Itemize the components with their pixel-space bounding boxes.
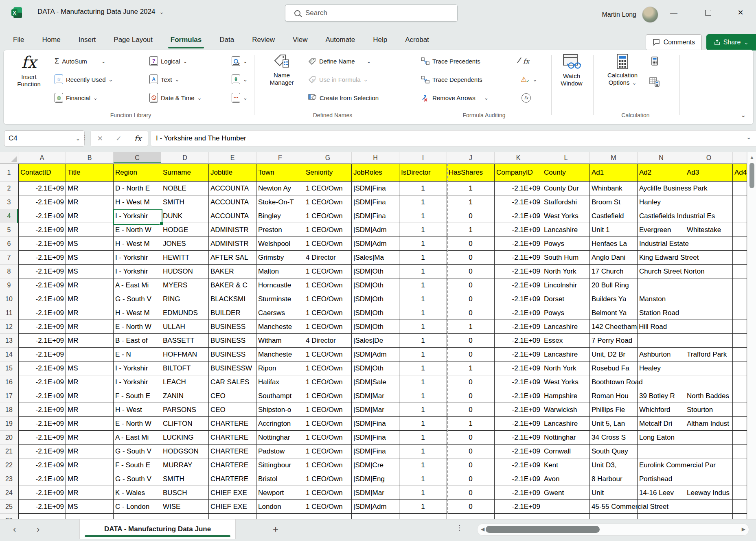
row-header-12[interactable]: 12	[0, 320, 18, 334]
cell-K17[interactable]: -2.1E+09	[495, 389, 542, 403]
lookup-reference-button[interactable]: ⌄	[232, 56, 248, 66]
cell-I24[interactable]: 1	[399, 486, 447, 500]
cell-D17[interactable]: ZANIN	[161, 389, 209, 403]
cell-J26[interactable]	[447, 514, 495, 519]
cell-M23[interactable]: 8 Harbour	[590, 472, 638, 486]
cell-N15[interactable]: Healey	[638, 361, 685, 375]
cell-H14[interactable]: |SDM|Adm	[352, 348, 399, 361]
cell-J6[interactable]: 0	[447, 237, 495, 251]
cell-P10[interactable]	[733, 292, 747, 306]
cell-I26[interactable]	[399, 514, 447, 519]
cell-I25[interactable]: 1	[399, 500, 447, 514]
cell-D13[interactable]: BASSETT	[161, 334, 209, 348]
cell-K26[interactable]	[495, 514, 542, 519]
cell-B19[interactable]: MR	[66, 417, 114, 431]
row-header-4[interactable]: 4	[0, 209, 18, 223]
cell-D25[interactable]: WISE	[161, 500, 209, 514]
cell-L16[interactable]: West Yorks	[542, 375, 590, 389]
cell-G2[interactable]: 1 CEO/Own	[304, 182, 352, 195]
cell-J22[interactable]: 0	[447, 458, 495, 472]
cell-P23[interactable]	[733, 472, 747, 486]
column-header-A[interactable]: A	[18, 152, 66, 164]
cell-K7[interactable]: -2.1E+09	[495, 251, 542, 265]
cell-N18[interactable]: Whichford	[638, 403, 685, 417]
cell-F7[interactable]: Grimsby	[256, 251, 304, 265]
cell-P19[interactable]	[733, 417, 747, 431]
cell-H15[interactable]: |SDM|Oth	[352, 361, 399, 375]
insert-function-button[interactable]: fx Insert Function	[9, 53, 48, 110]
cell-C17[interactable]: F - South E	[114, 389, 161, 403]
cell-F1[interactable]: Town	[256, 164, 304, 182]
cell-K1[interactable]: CompanyID	[495, 164, 542, 182]
cell-I21[interactable]: 1	[399, 445, 447, 458]
column-header-O[interactable]: O	[685, 152, 733, 164]
cell-K16[interactable]: -2.1E+09	[495, 375, 542, 389]
cell-B15[interactable]: MS	[66, 361, 114, 375]
cell-K5[interactable]: -2.1E+09	[495, 223, 542, 237]
cell-N4[interactable]: Castlefields Industrial Es	[638, 209, 685, 223]
avatar[interactable]	[642, 7, 658, 23]
cell-P15[interactable]	[733, 361, 747, 375]
cell-J16[interactable]: 0	[447, 375, 495, 389]
row-header-3[interactable]: 3	[0, 195, 18, 209]
cell-L9[interactable]: Lincolnshir	[542, 278, 590, 292]
cell-E3[interactable]: ACCOUNTA	[209, 195, 256, 209]
cell-P5[interactable]	[733, 223, 747, 237]
tab-acrobat[interactable]: Acrobat	[404, 34, 430, 46]
cell-H18[interactable]: |SDM|Mar	[352, 403, 399, 417]
cell-O18[interactable]: Stourton	[685, 403, 733, 417]
cell-M2[interactable]: Whinbank	[590, 182, 638, 195]
cell-I2[interactable]: 1	[399, 182, 447, 195]
cell-D1[interactable]: Surname	[161, 164, 209, 182]
row-header-1[interactable]: 1	[0, 164, 18, 182]
cell-A12[interactable]: -2.1E+09	[18, 320, 66, 334]
cell-C21[interactable]: G - South V	[114, 445, 161, 458]
cell-B17[interactable]: MR	[66, 389, 114, 403]
sheet-tab-active[interactable]: DATA - Manufacturing Data June	[79, 519, 236, 539]
row-header-14[interactable]: 14	[0, 348, 18, 361]
calculate-sheet-button[interactable]	[649, 77, 660, 88]
row-header-9[interactable]: 9	[0, 278, 18, 292]
cell-P22[interactable]	[733, 458, 747, 472]
cell-G22[interactable]: 1 CEO/Own	[304, 458, 352, 472]
cell-F10[interactable]: Sturminste	[256, 292, 304, 306]
cell-L12[interactable]: Lancashire	[542, 320, 590, 334]
cell-L11[interactable]: Powys	[542, 306, 590, 320]
cell-L5[interactable]: Lancashire	[542, 223, 590, 237]
cell-C8[interactable]: I - Yorkshir	[114, 265, 161, 278]
cell-A7[interactable]: -2.1E+09	[18, 251, 66, 265]
cell-B3[interactable]: MR	[66, 195, 114, 209]
horizontal-scrollbar-thumb[interactable]	[486, 526, 600, 533]
cell-G11[interactable]: 1 CEO/Own	[304, 306, 352, 320]
cell-P6[interactable]	[733, 237, 747, 251]
tab-formulas[interactable]: Formulas	[170, 34, 203, 46]
cell-J17[interactable]: 0	[447, 389, 495, 403]
cell-A17[interactable]: -2.1E+09	[18, 389, 66, 403]
cell-N23[interactable]: Portishead	[638, 472, 685, 486]
cell-A8[interactable]: -2.1E+09	[18, 265, 66, 278]
maximize-button[interactable]	[700, 6, 716, 20]
cell-E2[interactable]: ACCOUNTA	[209, 182, 256, 195]
cell-O24[interactable]: Leeway Indus	[685, 486, 733, 500]
tab-page-layout[interactable]: Page Layout	[113, 34, 153, 46]
cell-O19[interactable]: Altham Indust	[685, 417, 733, 431]
cell-L1[interactable]: County	[542, 164, 590, 182]
cell-P2[interactable]	[733, 182, 747, 195]
cell-A11[interactable]: -2.1E+09	[18, 306, 66, 320]
cell-A2[interactable]: -2.1E+09	[18, 182, 66, 195]
cell-H17[interactable]: |SDM|Mar	[352, 389, 399, 403]
cell-C20[interactable]: A - East Mi	[114, 431, 161, 445]
cell-K8[interactable]: -2.1E+09	[495, 265, 542, 278]
cell-J4[interactable]: 0	[447, 209, 495, 223]
cell-K23[interactable]: -2.1E+09	[495, 472, 542, 486]
cell-G12[interactable]: 1 CEO/Own	[304, 320, 352, 334]
cell-N2[interactable]: Aycliffe Business Park	[638, 182, 685, 195]
cell-N26[interactable]	[638, 514, 685, 519]
cell-L3[interactable]: Staffordshi	[542, 195, 590, 209]
cell-D18[interactable]: PARSONS	[161, 403, 209, 417]
cell-A13[interactable]: -2.1E+09	[18, 334, 66, 348]
tab-help[interactable]: Help	[372, 34, 388, 46]
row-header-17[interactable]: 17	[0, 389, 18, 403]
remove-arrows-button[interactable]: Remove Arrows ⌄	[421, 92, 489, 103]
financial-button[interactable]: ◍ Financial ⌄	[55, 92, 98, 103]
